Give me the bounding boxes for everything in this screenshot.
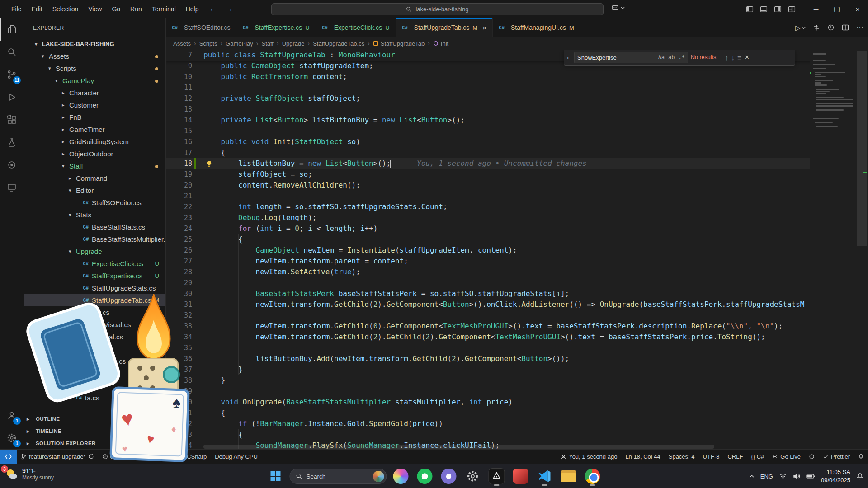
close-tab-icon[interactable]: × <box>482 24 486 32</box>
encoding[interactable]: UTF-8 <box>699 450 724 464</box>
customize-layout-icon[interactable] <box>788 5 796 13</box>
tab-staffupgradetab.cs[interactable]: C#StaffUpgradeTab.csM× <box>396 18 493 37</box>
toggle-panel-icon[interactable] <box>760 5 768 13</box>
tree-item-gametimer[interactable]: ▸GameTimer <box>24 123 165 136</box>
breadcrumb-item-assets[interactable]: Assets <box>173 40 191 47</box>
taskbar-search[interactable]: Search <box>290 469 387 484</box>
close-button[interactable]: × <box>847 0 868 18</box>
eol-selector[interactable]: CRLF <box>723 450 747 464</box>
language-mode[interactable]: {} C# <box>747 450 768 464</box>
menu-view[interactable]: View <box>83 0 107 18</box>
project-selector[interactable]: Projects: Assembly-CSharp <box>131 450 211 464</box>
indentation[interactable]: Spaces: 4 <box>665 450 699 464</box>
weather-widget[interactable]: 3 91°F Mostly sunny <box>5 467 54 481</box>
menu-help[interactable]: Help <box>181 0 204 18</box>
find-in-selection-icon[interactable]: ≡ <box>737 54 741 61</box>
split-editor-icon[interactable] <box>842 24 849 31</box>
breadcrumb-item-scripts[interactable]: Scripts <box>199 40 217 47</box>
tree-item-fmike.cs[interactable]: C#fMike.cs <box>24 343 165 355</box>
menu-file[interactable]: File <box>6 0 27 18</box>
breadcrumb-item-upgrade[interactable]: Upgrade <box>282 40 305 47</box>
more-actions-icon[interactable]: ··· <box>150 24 158 32</box>
go-live[interactable]: Go Live <box>768 450 805 464</box>
tab-expertiseclick.cs[interactable]: C#ExpertiseClick.csU <box>316 18 396 37</box>
source-control-icon[interactable]: 11 <box>0 63 24 86</box>
open-changes-icon[interactable] <box>813 24 820 31</box>
start-button[interactable] <box>266 466 286 486</box>
tree-item-staffexpertise.cs[interactable]: C#StaffExpertise.csU <box>24 270 165 282</box>
wifi-icon[interactable] <box>779 473 787 479</box>
maximize-button[interactable]: ▢ <box>826 0 847 18</box>
toggle-replace-icon[interactable]: › <box>564 54 571 61</box>
tree-item-ta.cs[interactable]: C#ta.cs <box>24 392 165 404</box>
explorer-icon[interactable] <box>0 18 24 41</box>
tree-item-tionvisual.cs[interactable]: C#tionVisual.cs <box>24 331 165 343</box>
match-case-icon[interactable]: Aa <box>658 54 665 61</box>
horizontal-scrollbar[interactable] <box>203 445 714 449</box>
notifications-bell[interactable] <box>854 450 868 464</box>
tree-item-editor[interactable]: ▾Editor <box>24 184 165 197</box>
cursor-position[interactable]: Ln 18, Col 44 <box>621 450 664 464</box>
tree-item-hidden[interactable] <box>24 367 165 380</box>
menu-selection[interactable]: Selection <box>47 0 84 18</box>
breadcrumb-item-staffupgradetab.cs[interactable]: StaffUpgradeTab.cs <box>313 40 364 47</box>
tree-item-stats[interactable]: ▾Stats <box>24 209 165 221</box>
taskbar-app-vscode[interactable] <box>535 466 555 486</box>
search-icon[interactable] <box>0 41 24 63</box>
tree-item-fnb[interactable]: ▸FnB <box>24 111 165 123</box>
tree-item-assets[interactable]: ▾Assets <box>24 50 165 62</box>
more-actions-icon[interactable]: ··· <box>856 23 863 32</box>
code-editor[interactable]: 9 public GameObject staffUpgradeItem;10 … <box>166 50 868 449</box>
previous-match-icon[interactable]: ↑ <box>725 54 729 61</box>
breadcrumb-item-staff[interactable]: Staff <box>261 40 274 47</box>
language-indicator[interactable]: ENG <box>760 473 773 480</box>
taskbar-app-whatsapp[interactable] <box>415 466 435 486</box>
chevron-up-icon[interactable] <box>749 474 755 479</box>
copilot-button[interactable] <box>611 4 625 12</box>
tree-item-expertiseclick.cs[interactable]: C#ExpertiseClick.csU <box>24 258 165 270</box>
run-button[interactable]: ▷ <box>795 23 806 32</box>
tree-item-staffupgradetab.cs[interactable]: C#StaffUpgradeTab.csM <box>24 294 165 306</box>
menu-go[interactable]: Go <box>107 0 125 18</box>
circle-status[interactable] <box>805 450 819 464</box>
tree-item-gridbuildingsystem[interactable]: ▸GridBuildingSystem <box>24 136 165 148</box>
tab-staffsoeditor.cs[interactable]: C#StaffSOEditor.cs <box>166 18 236 37</box>
accounts-icon[interactable]: 1 <box>0 404 24 427</box>
back-button[interactable]: ← <box>206 5 220 13</box>
tree-item-basestaffstatsmultiplier.cs[interactable]: C#BaseStaffStatsMultiplier.cs <box>24 233 165 245</box>
volume-icon[interactable] <box>793 473 800 479</box>
tree-item-staffsoeditor.cs[interactable]: C#StaffSOEditor.cs <box>24 197 165 209</box>
tree-item-staffupgradestats.cs[interactable]: C#StaffUpgradeStats.cs <box>24 282 165 294</box>
whole-word-icon[interactable]: ab <box>668 54 675 61</box>
tab-staffmanagingui.cs[interactable]: C#StaffManagingUI.csM <box>493 18 580 37</box>
tree-item-.cs[interactable]: .cs <box>24 355 165 367</box>
tree-item-command[interactable]: ▸Command <box>24 172 165 184</box>
command-center-search[interactable]: lake-side-bar-fishing <box>271 3 604 15</box>
tree-item-scripts[interactable]: ▾Scripts <box>24 62 165 75</box>
minimize-button[interactable]: ─ <box>806 0 826 18</box>
remote-indicator[interactable] <box>0 450 17 464</box>
next-match-icon[interactable]: ↓ <box>731 54 735 61</box>
taskbar-app-unity[interactable] <box>487 466 507 486</box>
menu-terminal[interactable]: Terminal <box>147 0 181 18</box>
section-timeline[interactable]: ▸TIMELINE <box>24 425 165 437</box>
extensions-icon[interactable] <box>0 108 24 131</box>
breadcrumb-item-init[interactable]: Init <box>433 40 448 47</box>
battery-icon[interactable] <box>806 474 815 479</box>
regex-icon[interactable]: .* <box>679 54 685 61</box>
vertical-scrollbar[interactable] <box>855 50 868 449</box>
tree-item-customer[interactable]: ▸Customer <box>24 99 165 111</box>
tree-item-staff[interactable]: ▾Staff <box>24 160 165 172</box>
source-control-blame[interactable]: You, 1 second ago <box>557 450 621 464</box>
menu-run[interactable]: Run <box>125 0 147 18</box>
circle-dot-icon[interactable] <box>0 154 24 176</box>
section-solution-explorer[interactable]: ▸SOLUTION EXPLORER <box>24 437 165 449</box>
tree-item-basestaffstats.cs[interactable]: C#BaseStaffStats.cs <box>24 221 165 233</box>
run-debug-icon[interactable] <box>0 86 24 108</box>
breadcrumb-item-staffupgradetab[interactable]: StaffUpgradeTab <box>373 40 425 47</box>
tree-item-actionvisual.cs[interactable]: C#ActionVisual.cs <box>24 319 165 331</box>
tree-item-upgrade[interactable]: ▾Upgrade <box>24 245 165 258</box>
forward-button[interactable]: → <box>222 5 236 13</box>
tree-item-hidden[interactable]: C# <box>24 380 165 392</box>
tab-staffexpertise.cs[interactable]: C#StaffExpertise.csU <box>236 18 316 37</box>
